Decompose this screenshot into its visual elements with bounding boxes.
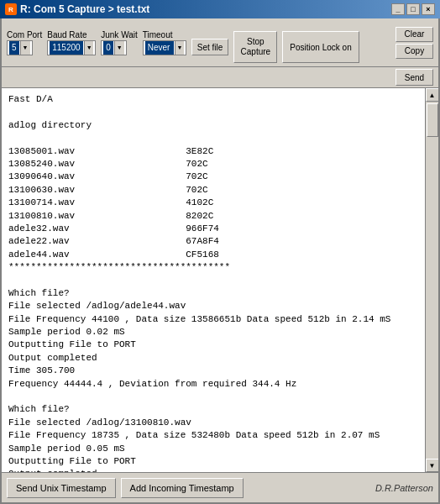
main-window: Com Port 5 ▼ Baud Rate 115200 ▼ Junk Wai… [0, 18, 440, 504]
window-controls[interactable]: _ □ × [391, 3, 435, 15]
comport-combo[interactable]: 5 ▼ [7, 40, 33, 55]
add-incoming-button[interactable]: Add Incoming Timestamp [121, 478, 244, 498]
title-bar: R R: Com 5 Capture > test.txt _ □ × [0, 0, 440, 18]
scroll-down-button[interactable]: ▼ [426, 459, 439, 472]
baudrate-label: Baud Rate [47, 30, 86, 39]
junkwait-value: 0 [103, 41, 113, 55]
window-title: R: Com 5 Capture > test.txt [20, 3, 149, 15]
stopcapture-button[interactable]: StopCapture [233, 31, 277, 63]
comport-label: Com Port [7, 30, 42, 39]
clear-button[interactable]: Clear [395, 27, 433, 42]
close-button[interactable]: × [422, 3, 435, 15]
terminal-output[interactable]: Fast D/A adlog directory 13085001.wav 3E… [2, 88, 425, 472]
timeout-group: Timeout Never ▼ [143, 30, 186, 55]
timeout-value: Never [145, 41, 174, 55]
baudrate-combo[interactable]: 115200 ▼ [47, 40, 96, 55]
comport-group: Com Port 5 ▼ [7, 30, 42, 55]
setfile-button[interactable]: Set file [191, 39, 229, 55]
attribution: D.R.Patterson [375, 483, 433, 493]
junkwait-arrow[interactable]: ▼ [114, 41, 124, 55]
timeout-arrow[interactable]: ▼ [175, 41, 184, 55]
send-toolbar: Send [2, 67, 438, 88]
title-bar-left: R R: Com 5 Capture > test.txt [5, 3, 149, 15]
baudrate-group: Baud Rate 115200 ▼ [47, 30, 96, 55]
app-icon: R [5, 3, 17, 15]
send-button[interactable]: Send [395, 69, 433, 86]
scroll-track[interactable] [426, 102, 439, 459]
bottom-buttons: Send Unix Timestamp Add Incoming Timesta… [7, 478, 244, 498]
right-buttons: Clear Copy [395, 27, 433, 59]
content-area: Fast D/A adlog directory 13085001.wav 3E… [2, 88, 438, 472]
comport-value: 5 [9, 41, 19, 55]
junkwait-label: Junk Wait [101, 30, 138, 39]
baudrate-arrow[interactable]: ▼ [84, 41, 93, 55]
send-unix-button[interactable]: Send Unix Timestamp [7, 478, 116, 498]
junkwait-combo[interactable]: 0 ▼ [101, 40, 127, 55]
scroll-up-button[interactable]: ▲ [426, 88, 439, 102]
scroll-thumb[interactable] [427, 103, 438, 137]
maximize-button[interactable]: □ [406, 3, 420, 15]
comport-arrow[interactable]: ▼ [20, 41, 30, 55]
toolbar: Com Port 5 ▼ Baud Rate 115200 ▼ Junk Wai… [2, 18, 438, 67]
bottom-bar: Send Unix Timestamp Add Incoming Timesta… [2, 472, 438, 502]
minimize-button[interactable]: _ [391, 3, 405, 15]
copy-button[interactable]: Copy [395, 44, 433, 59]
positionlock-button[interactable]: Position Lock on [282, 31, 359, 63]
scrollbar[interactable]: ▲ ▼ [425, 88, 438, 472]
timeout-combo[interactable]: Never ▼ [143, 40, 186, 55]
timeout-label: Timeout [143, 30, 173, 39]
junkwait-group: Junk Wait 0 ▼ [101, 30, 138, 55]
baudrate-value: 115200 [50, 41, 83, 55]
